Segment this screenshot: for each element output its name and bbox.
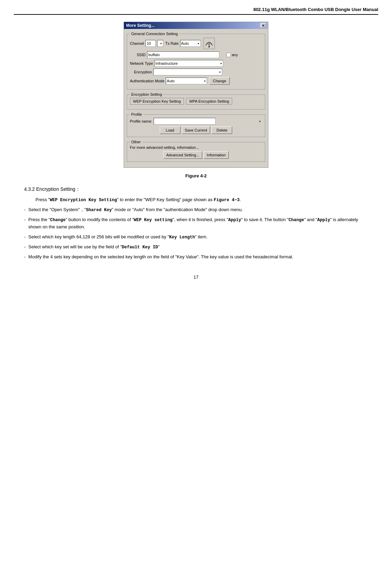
network-type-label: Network Type [130, 61, 153, 65]
encryption-label: Encryption [134, 70, 152, 74]
bullet-text-3: Select which key length 64,128 or 256 bi… [28, 234, 368, 241]
intro-paragraph: Press "WEP Encryption Key Setting" to en… [31, 196, 368, 204]
profile-name-label: Profile name: [130, 119, 152, 123]
profile-legend: Profile [130, 112, 143, 116]
wep-key-setting-ref: WEP Encryption Key Setting [50, 198, 117, 203]
section-heading: Encryption Setting： [36, 186, 80, 192]
shared-key-ref: Shared Key [86, 208, 112, 213]
auth-mode-row: Authentication Mode Auto Change [130, 77, 262, 85]
channel-row: Channel Tx Rate Auto [130, 37, 262, 50]
section-number: 4.3.2 [24, 186, 35, 192]
bullet-2: - Press the "Change" button to modify th… [24, 216, 368, 231]
txrate-label: Tx Rate [165, 41, 179, 45]
wep-encryption-button[interactable]: WEP Encryption Key Setting [130, 98, 184, 105]
dialog-close-button[interactable]: ✕ [260, 23, 266, 28]
auth-mode-label: Authentication Mode [130, 79, 164, 83]
general-connection-setting: General Connection Setting Channel Tx Ra… [127, 32, 265, 90]
any-checkbox-label[interactable]: any [226, 53, 238, 57]
other-setting: Other For more advanced setting, informa… [127, 140, 265, 162]
network-type-row: Network Type Infrastructure [130, 60, 262, 67]
other-info-text: For more advanced setting, information..… [130, 145, 262, 149]
profile-buttons-row: Load Save Current Delete [130, 126, 262, 134]
other-legend: Other [130, 140, 142, 144]
wep-key-setting-ref2: WEP Key setting [134, 218, 173, 223]
main-content: 4.3.2 Encryption Setting： Press "WEP Enc… [24, 185, 368, 261]
bullet-dash-3: - [24, 234, 25, 241]
wpa-encryption-button[interactable]: WPA Encryption Setting [186, 98, 232, 105]
page-header-title: 802.11g WLAN/Bluetooth Combo USB Dongle … [253, 7, 378, 12]
bullet-5: - Modify the 4 sets key depending on the… [24, 254, 368, 261]
information-button[interactable]: Information [204, 151, 229, 159]
encryption-buttons-row: WEP Encryption Key Setting WPA Encryptio… [130, 98, 262, 105]
network-type-select[interactable]: Infrastructure [154, 60, 223, 67]
default-key-id-ref: Default Key ID [122, 245, 158, 250]
page-header: 802.11g WLAN/Bluetooth Combo USB Dongle … [14, 7, 378, 15]
txrate-select[interactable]: Auto [180, 40, 201, 47]
profile-name-row: Profile name: [130, 118, 262, 125]
ssid-row: SSID any [130, 51, 262, 58]
other-buttons-row: Advanced Setting... Information [130, 151, 262, 159]
general-legend: General Connection Setting [130, 32, 179, 36]
encryption-select[interactable] [153, 69, 222, 75]
auth-mode-select[interactable]: Auto [166, 77, 207, 84]
bullet-text-4: Select which key set will be use by the … [28, 244, 368, 251]
profile-name-select[interactable] [154, 118, 216, 125]
bullet-dash-1: - [24, 206, 25, 214]
figure-caption: Figure 4-2 [14, 173, 378, 178]
ssid-input[interactable] [147, 51, 219, 58]
section-title: 4.3.2 Encryption Setting： [24, 185, 368, 193]
wireless-icon [203, 37, 215, 50]
dialog-title: More Setting... [126, 23, 155, 28]
bullet-text-1: Select the "Open System"，"Shared Key" mo… [28, 206, 368, 214]
ssid-label: SSID [137, 53, 146, 57]
dialog-titlebar: More Setting... ✕ [124, 22, 268, 29]
change-button[interactable]: Change [209, 77, 230, 85]
change-ref: Change [50, 218, 65, 223]
channel-label: Channel [130, 41, 144, 45]
encryption-legend: Encryption Setting [130, 92, 163, 96]
bullet-text-5: Modify the 4 sets key depending on the s… [28, 254, 368, 261]
any-label: any [232, 53, 238, 57]
save-current-button[interactable]: Save Current [182, 126, 210, 134]
profile-setting: Profile Profile name: Load Save Current … [127, 112, 265, 137]
apply-ref2: Apply [317, 218, 330, 223]
load-button[interactable]: Load [160, 126, 180, 134]
bullet-dash-5: - [24, 254, 25, 261]
bullet-dash-2: - [24, 216, 25, 224]
bullet-4: - Select which key set will be use by th… [24, 244, 368, 251]
more-setting-dialog: More Setting... ✕ General Connection Set… [124, 22, 268, 168]
any-checkbox[interactable] [226, 53, 231, 57]
bullet-dash-4: - [24, 244, 25, 251]
bullet-text-2: Press the "Change" button to modify the … [28, 216, 368, 231]
bullet-1: - Select the "Open System"，"Shared Key" … [24, 206, 368, 214]
bullet-3: - Select which key length 64,128 or 256 … [24, 234, 368, 241]
advanced-setting-button[interactable]: Advanced Setting... [163, 151, 202, 159]
apply-ref: Apply [228, 218, 241, 223]
page-number: 17 [14, 275, 378, 280]
svg-point-1 [208, 46, 210, 48]
delete-button[interactable]: Delete [212, 126, 232, 134]
change-ref2: Change [289, 218, 304, 223]
key-length-ref: Key Length [169, 235, 195, 240]
encryption-setting: Encryption Setting WEP Encryption Key Se… [127, 92, 265, 110]
encryption-row: Encryption [130, 69, 262, 75]
channel-dropdown[interactable] [157, 40, 163, 47]
figure-ref: Figure 4−3 [214, 198, 240, 203]
channel-input[interactable] [145, 40, 156, 47]
dialog-body: General Connection Setting Channel Tx Ra… [124, 29, 268, 167]
